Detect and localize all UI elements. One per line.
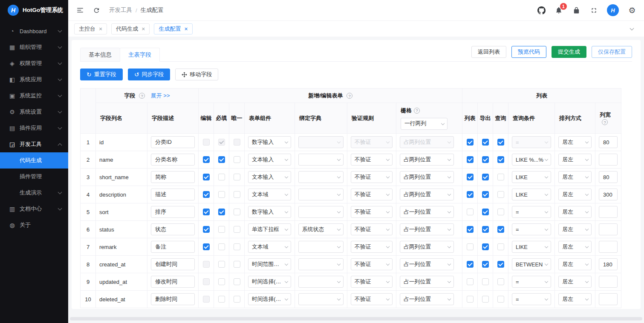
sidebar-item-plugin-app[interactable]: ▤插件应用 (0, 120, 68, 136)
query-checkbox[interactable] (497, 156, 504, 163)
query-checkbox[interactable] (497, 174, 504, 180)
unique-checkbox[interactable] (234, 261, 240, 268)
field-desc-input[interactable] (151, 189, 195, 200)
component-select[interactable]: 时间选择(Y-... (248, 293, 291, 305)
help-icon[interactable]: ? (347, 93, 352, 99)
grid-select[interactable]: 占两列位置 (400, 136, 454, 148)
unique-checkbox[interactable] (234, 209, 240, 215)
dict-select[interactable] (298, 154, 344, 166)
list-checkbox[interactable] (467, 261, 474, 268)
rule-select[interactable]: 不验证 (351, 206, 393, 218)
component-select[interactable]: 文本输入 (248, 154, 291, 166)
unique-checkbox[interactable] (234, 226, 240, 233)
column-width-input[interactable] (599, 293, 618, 305)
sidebar-item-dev-tools[interactable]: ◲开发工具 (0, 136, 68, 152)
dict-select[interactable] (298, 171, 344, 183)
condition-select[interactable]: = (512, 206, 551, 218)
query-checkbox[interactable] (497, 243, 504, 250)
field-desc-input[interactable] (151, 223, 195, 235)
condition-select[interactable]: LIKE (512, 189, 551, 200)
refresh-icon[interactable] (92, 6, 101, 14)
edit-checkbox[interactable] (203, 261, 210, 268)
sidebar-item-sys-monitor[interactable]: ▣系统监控 (0, 88, 68, 104)
dict-select[interactable] (298, 206, 344, 218)
component-select[interactable]: 时间选择(Y-... (248, 276, 291, 288)
query-checkbox[interactable] (497, 226, 504, 233)
grid-select[interactable]: 占一列位置 (400, 293, 454, 305)
query-checkbox[interactable] (497, 139, 504, 146)
dict-select[interactable] (298, 189, 344, 200)
grid-select[interactable]: 占一列位置 (400, 206, 454, 218)
close-icon[interactable]: × (142, 26, 145, 32)
list-checkbox[interactable] (467, 139, 474, 146)
grid-select[interactable]: 占两列位置 (400, 241, 454, 253)
rule-select[interactable]: 不验证 (351, 171, 393, 183)
expand-link[interactable]: 展开 >> (151, 92, 170, 99)
sidebar-item-sys-app[interactable]: ◧系统应用 (0, 71, 68, 88)
align-select[interactable]: 居左 (558, 258, 592, 270)
edit-checkbox[interactable] (203, 174, 210, 180)
sidebar-item-auth-manage[interactable]: ◈权限管理 (0, 55, 68, 71)
condition-select[interactable]: LIKE (512, 171, 551, 183)
tab-code-gen[interactable]: 代码生成× (111, 23, 150, 34)
component-select[interactable]: 文本输入 (248, 171, 291, 183)
preview-code-button[interactable]: 预览代码 (511, 46, 546, 58)
align-select[interactable]: 居左 (558, 293, 592, 305)
edit-checkbox[interactable] (203, 296, 210, 303)
query-checkbox[interactable] (497, 261, 504, 268)
dict-select[interactable] (298, 136, 344, 148)
condition-select[interactable]: LIKE (512, 241, 551, 253)
required-checkbox[interactable] (218, 139, 225, 146)
grid-select[interactable]: 占两列位置 (400, 189, 454, 200)
dict-select[interactable]: 系统状态 (298, 223, 344, 235)
column-width-input[interactable] (599, 206, 618, 218)
list-checkbox[interactable] (467, 296, 474, 303)
required-checkbox[interactable] (218, 226, 225, 233)
sidebar-item-gen-demo[interactable]: 生成演示 (0, 185, 68, 201)
help-icon[interactable]: ? (602, 119, 608, 125)
sidebar-item-code-gen[interactable]: 代码生成 (0, 152, 68, 169)
field-desc-input[interactable] (151, 276, 195, 288)
component-select[interactable]: 时间范围选择 (248, 258, 291, 270)
reset-fields-button[interactable]: ↻重置字段 (80, 69, 123, 80)
horizontal-scrollbar[interactable] (70, 317, 642, 320)
align-select[interactable]: 居左 (558, 223, 592, 235)
column-width-input[interactable] (599, 136, 618, 148)
tab-basic-info[interactable]: 基本信息 (80, 48, 120, 62)
rule-select[interactable]: 不验证 (351, 154, 393, 166)
move-fields-button[interactable]: 移动字段 (175, 69, 218, 80)
align-select[interactable]: 居左 (558, 171, 592, 183)
help-icon[interactable]: ? (139, 93, 145, 99)
condition-select[interactable]: = (512, 293, 551, 305)
field-desc-input[interactable] (151, 206, 195, 218)
rule-select[interactable]: 不验证 (351, 258, 393, 270)
list-checkbox[interactable] (467, 156, 474, 163)
required-checkbox[interactable] (218, 261, 225, 268)
export-checkbox[interactable] (482, 261, 489, 268)
component-select[interactable]: 数字输入 (248, 206, 291, 218)
field-desc-input[interactable] (151, 241, 195, 253)
edit-checkbox[interactable] (203, 139, 210, 146)
edit-checkbox[interactable] (203, 278, 210, 285)
column-width-input[interactable] (599, 258, 618, 270)
tab-console[interactable]: 主控台× (74, 23, 107, 34)
edit-checkbox[interactable] (203, 226, 210, 233)
logo[interactable]: H HotGo管理系统 (0, 0, 68, 20)
align-select[interactable]: 居左 (558, 136, 592, 148)
list-checkbox[interactable] (467, 191, 474, 198)
field-desc-input[interactable] (151, 154, 195, 166)
sidebar-item-plugin-manage[interactable]: 插件管理 (0, 169, 68, 185)
avatar[interactable]: H (607, 4, 619, 16)
column-width-input[interactable] (599, 276, 618, 288)
required-checkbox[interactable] (218, 243, 225, 250)
component-select[interactable]: 文本域 (248, 189, 291, 200)
dict-select[interactable] (298, 258, 344, 270)
unique-checkbox[interactable] (234, 296, 240, 303)
required-checkbox[interactable] (218, 278, 225, 285)
column-width-input[interactable] (599, 223, 618, 235)
breadcrumb-item[interactable]: 开发工具 (109, 6, 132, 14)
dict-select[interactable] (298, 276, 344, 288)
grid-select[interactable]: 占一列位置 (400, 223, 454, 235)
settings-gear-icon[interactable]: ⚙ (628, 6, 636, 14)
column-width-input[interactable] (599, 189, 618, 200)
